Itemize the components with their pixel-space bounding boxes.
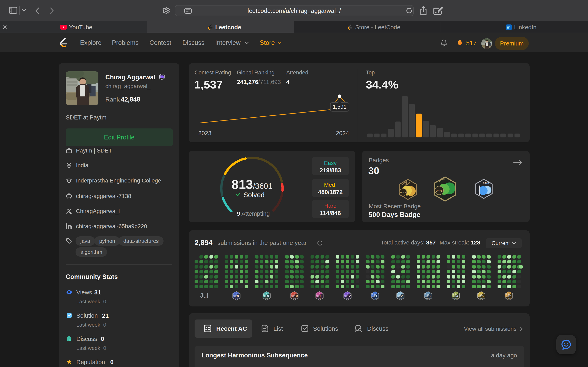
- svg-text:DAYS: DAYS: [436, 189, 443, 192]
- svg-text:9: 9: [267, 294, 269, 298]
- svg-text:AUG: AUG: [234, 298, 238, 300]
- svg-text:DEC: DEC: [346, 298, 349, 300]
- svg-text:1: 1: [375, 294, 377, 298]
- svg-text:MAY: MAY: [480, 298, 483, 300]
- svg-text:NOV: NOV: [318, 298, 321, 300]
- svg-text:JUN: JUN: [507, 298, 511, 300]
- svg-text:JAN: JAN: [373, 298, 376, 300]
- svg-text:11: 11: [319, 294, 323, 298]
- svg-text:8: 8: [237, 294, 239, 298]
- svg-text:6: 6: [509, 294, 511, 298]
- svg-text:MAR: MAR: [426, 298, 430, 300]
- svg-text:12: 12: [347, 294, 351, 298]
- svg-text:APR: APR: [454, 298, 458, 300]
- svg-text:DAYS: DAYS: [483, 182, 489, 184]
- svg-text:FEB: FEB: [399, 298, 402, 300]
- svg-text:3: 3: [429, 294, 430, 298]
- svg-text:10: 10: [294, 294, 298, 298]
- svg-text:SEP: SEP: [265, 298, 268, 300]
- svg-text:2: 2: [401, 294, 403, 298]
- svg-text:DAYS: DAYS: [400, 191, 406, 194]
- svg-text:OCT: OCT: [293, 298, 296, 300]
- svg-text:4: 4: [456, 294, 458, 298]
- svg-text:5: 5: [482, 294, 484, 298]
